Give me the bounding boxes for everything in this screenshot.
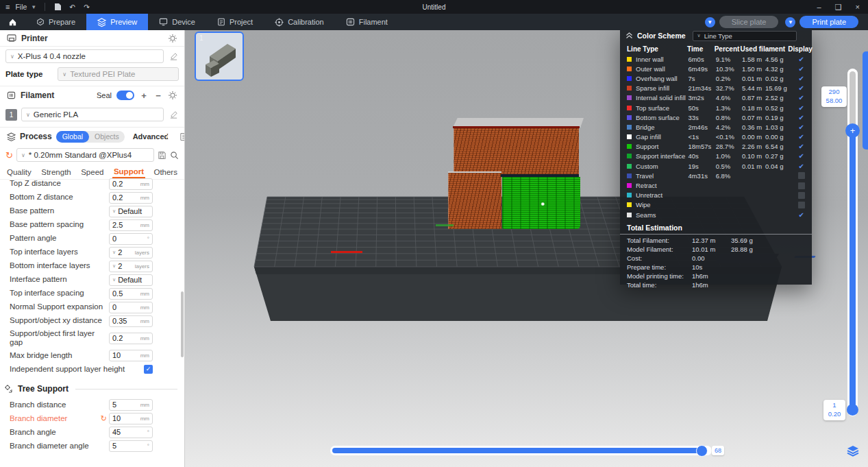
edit-printer-icon[interactable] xyxy=(168,51,179,62)
tab-preview[interactable]: Preview xyxy=(86,14,148,30)
line-type-used-m: 2.26 m xyxy=(742,143,765,150)
tab-device[interactable]: Device xyxy=(148,14,206,30)
view-mode-select[interactable]: ∨ Line Type xyxy=(693,31,797,41)
line-type-name: Bridge xyxy=(636,123,654,131)
sidebar-scrollbar[interactable] xyxy=(181,291,184,357)
menu-icon[interactable]: ≡ xyxy=(5,3,10,11)
edge-scroll-thumb[interactable] xyxy=(863,51,868,149)
new-file-icon[interactable] xyxy=(53,3,62,12)
printer-preset-select[interactable]: ∨ X-Plus 4 0.4 nozzle xyxy=(5,49,164,63)
modified-reset-icon[interactable]: ↻ xyxy=(101,414,107,423)
tab-support[interactable]: Support xyxy=(112,166,145,178)
param-input[interactable]: 0.2 mm xyxy=(109,333,153,344)
tab-speed[interactable]: Speed xyxy=(79,167,105,178)
param-input[interactable]: 2.5 mm xyxy=(109,219,153,231)
param-list-icon[interactable] xyxy=(179,132,185,141)
seal-toggle[interactable] xyxy=(116,91,134,100)
display-checkbox-checked[interactable]: ✔ xyxy=(799,94,804,101)
move-slider-handle[interactable] xyxy=(696,445,708,457)
display-checkbox-checked[interactable]: ✔ xyxy=(799,152,804,160)
display-checkbox-checked[interactable]: ✔ xyxy=(799,65,804,73)
plate-type-select[interactable]: ∨ Textured PEI Plate xyxy=(58,67,179,81)
tab-filament[interactable]: Filament xyxy=(335,14,399,30)
param-input[interactable]: 0 mm xyxy=(109,302,153,313)
display-checkbox-checked[interactable]: ✔ xyxy=(799,75,804,82)
scope-objects[interactable]: Objects xyxy=(89,132,125,141)
display-checkbox-unchecked[interactable] xyxy=(798,202,805,208)
edit-filament-icon[interactable] xyxy=(168,109,179,120)
redo-icon[interactable]: ↷ xyxy=(82,3,91,12)
print-options-chevron[interactable]: ▼ xyxy=(785,17,795,27)
param-input[interactable]: ∨ Default xyxy=(109,274,153,286)
remove-filament-button[interactable]: − xyxy=(153,91,163,101)
line-type-row: Bridge 2m46s 4.2% 0.36 m 1.03 g ✔ xyxy=(620,122,812,132)
display-checkbox-checked[interactable]: ✔ xyxy=(799,123,804,131)
chevron-down-icon[interactable]: ▼ xyxy=(31,4,36,10)
tab-project[interactable]: Project xyxy=(206,14,264,30)
param-input[interactable]: 5 mm xyxy=(109,399,153,411)
display-checkbox-checked[interactable]: ✔ xyxy=(799,133,804,141)
param-input[interactable]: ∨ 2 layers xyxy=(109,247,153,259)
dirty-preset-reset-icon[interactable]: ↻ xyxy=(5,151,13,160)
param-value: 10 xyxy=(112,351,138,359)
plate-thumbnail[interactable]: 1 xyxy=(195,32,244,81)
param-input[interactable]: 0.5 mm xyxy=(109,288,153,300)
display-checkbox-checked[interactable]: ✔ xyxy=(799,104,804,112)
param-input[interactable]: ∨ Default xyxy=(109,206,153,217)
param-input[interactable]: 0 ° xyxy=(109,233,153,245)
print-plate-button[interactable]: Print plate xyxy=(799,16,858,28)
line-type-name: Retract xyxy=(636,182,657,189)
display-checkbox-checked[interactable]: ✔ xyxy=(799,114,804,121)
layers-view-icon[interactable] xyxy=(847,445,859,456)
save-preset-icon[interactable] xyxy=(158,151,166,160)
tab-strength[interactable]: Strength xyxy=(40,167,72,178)
tab-prepare[interactable]: Prepare xyxy=(25,14,86,30)
minimize-button[interactable]: – xyxy=(817,3,821,11)
param-input[interactable]: 10 mm xyxy=(109,413,153,424)
param-input[interactable]: 5 ° xyxy=(109,440,153,452)
display-checkbox-unchecked[interactable] xyxy=(798,172,805,179)
display-checkbox-checked[interactable]: ✔ xyxy=(799,211,804,219)
display-checkbox-checked[interactable]: ✔ xyxy=(799,56,804,63)
tab-quality[interactable]: Quality xyxy=(5,167,33,178)
file-menu[interactable]: File xyxy=(15,3,27,11)
param-input[interactable]: 45 ° xyxy=(109,427,153,438)
line-type-percent: 9.1% xyxy=(716,56,742,63)
display-checkbox-unchecked[interactable] xyxy=(798,182,805,189)
restore-button[interactable]: ❑ xyxy=(835,3,842,11)
line-type-row: Internal solid infill 3m2s 4.6% 0.87 m 2… xyxy=(620,93,812,103)
process-preset-select[interactable]: ∨ * 0.20mm Standard @XPlus4 xyxy=(16,148,154,162)
app-window: 1 ≡ File ▼ ↶ ↷ Untitled – ❑ × xyxy=(0,0,868,467)
undo-icon[interactable]: ↶ xyxy=(68,3,77,12)
line-type-swatch xyxy=(627,95,632,100)
close-button[interactable]: × xyxy=(856,3,860,11)
display-checkbox-checked[interactable]: ✔ xyxy=(799,84,804,92)
tab-others[interactable]: Others xyxy=(152,167,179,178)
param-input[interactable]: 0.35 mm xyxy=(109,315,153,327)
tab-home[interactable] xyxy=(0,14,25,30)
param-input[interactable]: 10 mm xyxy=(109,350,153,361)
tab-calibration[interactable]: Calibration xyxy=(264,14,335,30)
filament-slot-badge[interactable]: 1 xyxy=(5,109,17,121)
param-input[interactable]: 0.2 mm xyxy=(109,178,153,190)
scope-global[interactable]: Global xyxy=(56,131,89,143)
param-checkbox[interactable]: ✓ xyxy=(144,365,153,374)
display-checkbox-checked[interactable]: ✔ xyxy=(799,143,804,150)
filament-preset-select[interactable]: ∨ Generic PLA xyxy=(21,108,164,121)
collapse-icon[interactable] xyxy=(625,32,633,39)
param-unit: mm xyxy=(140,335,149,342)
search-icon[interactable] xyxy=(170,151,179,160)
param-input[interactable]: 0.2 mm xyxy=(109,192,153,204)
slice-options-chevron[interactable]: ▼ xyxy=(705,17,715,27)
display-checkbox-checked[interactable]: ✔ xyxy=(799,163,804,170)
add-filament-button[interactable]: + xyxy=(139,91,149,101)
param-unit: mm xyxy=(140,352,149,359)
display-checkbox-unchecked[interactable] xyxy=(798,192,805,199)
layer-slider-bottom-handle[interactable] xyxy=(847,404,858,416)
param-input[interactable]: ∨ 2 layers xyxy=(109,261,153,272)
filament-settings-gear-icon[interactable] xyxy=(168,91,177,100)
printer-settings-gear-icon[interactable] xyxy=(168,34,177,43)
slice-plate-button[interactable]: Slice plate xyxy=(719,16,779,28)
process-scope-switch[interactable]: Global Objects xyxy=(56,131,125,143)
layer-slider-top-handle[interactable]: + xyxy=(845,123,860,138)
